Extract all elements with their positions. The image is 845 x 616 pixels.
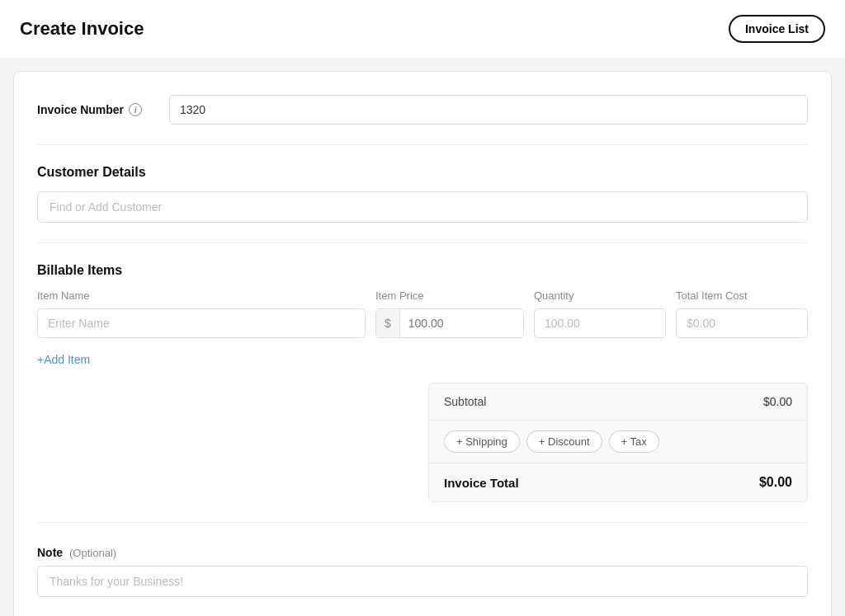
billable-items-title: Billable Items (37, 263, 808, 278)
add-shipping-button[interactable]: + Shipping (444, 430, 520, 453)
item-name-input[interactable] (37, 308, 366, 338)
add-charges-row: + Shipping + Discount + Tax (429, 421, 807, 463)
customer-search-input[interactable] (37, 191, 808, 223)
invoice-number-input[interactable] (169, 95, 808, 125)
invoice-number-label: Invoice Number i (37, 103, 169, 116)
add-tax-button[interactable]: + Tax (609, 430, 659, 453)
note-label: Note (Optional) (37, 546, 808, 559)
col-quantity: Quantity (534, 289, 666, 302)
invoice-number-section: Invoice Number i (37, 95, 808, 145)
summary-box: Subtotal $0.00 + Shipping + Discount + T… (428, 383, 808, 502)
add-item-button[interactable]: +Add Item (37, 350, 90, 369)
items-table-header: Item Name Item Price Quantity Total Item… (37, 289, 808, 302)
subtotal-row: Subtotal $0.00 (429, 383, 807, 421)
invoice-number-info-icon[interactable]: i (129, 103, 142, 116)
billable-items-section: Billable Items Item Name Item Price Quan… (37, 263, 808, 523)
invoice-total-row: Invoice Total $0.00 (429, 463, 807, 501)
table-row: $ (37, 308, 808, 338)
note-input[interactable] (37, 566, 808, 597)
subtotal-label: Subtotal (444, 395, 486, 408)
col-item-name: Item Name (37, 289, 366, 302)
page-header: Create Invoice Invoice List (0, 0, 845, 58)
item-price-input[interactable] (400, 309, 523, 337)
add-discount-button[interactable]: + Discount (526, 430, 602, 453)
invoice-total-label: Invoice Total (444, 476, 519, 490)
invoice-total-value: $0.00 (759, 475, 792, 490)
note-section: Note (Optional) (37, 546, 808, 616)
col-item-price: Item Price (375, 289, 524, 302)
subtotal-value: $0.00 (763, 395, 792, 408)
page-title: Create Invoice (20, 18, 144, 40)
item-price-wrap: $ (375, 308, 524, 338)
summary-section: Subtotal $0.00 + Shipping + Discount + T… (428, 383, 808, 502)
main-card: Invoice Number i Customer Details Billab… (13, 71, 832, 616)
invoice-list-button[interactable]: Invoice List (729, 15, 825, 43)
price-prefix: $ (376, 309, 400, 337)
customer-details-title: Customer Details (37, 165, 808, 180)
note-optional-label: (Optional) (69, 547, 116, 559)
col-total-cost: Total Item Cost (676, 289, 808, 302)
customer-details-section: Customer Details (37, 165, 808, 243)
item-total-cost-input (676, 308, 808, 338)
item-quantity-input[interactable] (534, 308, 666, 338)
